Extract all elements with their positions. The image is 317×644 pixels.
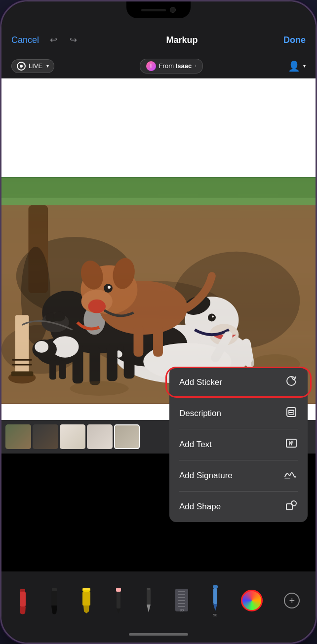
blue-pen-icon: 50	[211, 584, 220, 612]
home-bar	[129, 633, 188, 636]
from-text: From Isaac	[159, 62, 192, 70]
shape-icon	[285, 499, 298, 514]
ruler-icon: 80	[174, 587, 189, 614]
svg-rect-49	[59, 361, 66, 379]
svg-rect-13	[12, 359, 32, 361]
nav-bar: Cancel ↩ ↪ Markup Done	[1, 26, 316, 54]
add-sticker-label: Add Sticker	[179, 378, 222, 387]
pink-eraser-icon	[114, 587, 123, 614]
svg-point-32	[53, 312, 65, 322]
strip-thumb-4[interactable]	[87, 424, 113, 449]
redo-button[interactable]: ↪	[66, 33, 80, 47]
page-title: Markup	[80, 35, 283, 45]
tools-row: 80 50 50	[1, 571, 316, 626]
tools-bar: 80 50 50	[1, 571, 316, 626]
svg-rect-48	[49, 360, 56, 380]
svg-rect-43	[153, 322, 163, 356]
tool-red-marker[interactable]	[17, 587, 28, 614]
svg-rect-42	[133, 325, 143, 356]
strip-thumb-2[interactable]	[33, 424, 58, 449]
nav-left: Cancel ↩ ↪	[11, 33, 80, 47]
red-marker-icon	[17, 587, 28, 614]
description-label: Description	[179, 409, 221, 418]
svg-text:A: A	[289, 441, 292, 446]
svg-rect-28	[124, 343, 135, 379]
description-icon	[285, 406, 298, 421]
redo-icon: ↪	[70, 35, 77, 45]
undo-button[interactable]: ↩	[46, 33, 61, 47]
add-tool-icon[interactable]: +	[284, 593, 300, 608]
svg-rect-63	[51, 591, 57, 606]
svg-rect-11	[11, 371, 34, 376]
photo-toolbar: LIVE ▾ I From Isaac › 👤 ▾	[1, 54, 316, 78]
svg-text:80: 80	[180, 608, 184, 612]
undo-redo-group: ↩ ↪	[46, 33, 80, 47]
image-area: Add Sticker Description	[1, 78, 316, 571]
live-target-icon	[17, 62, 26, 71]
plus-label: +	[289, 595, 295, 606]
color-circle[interactable]	[241, 590, 263, 611]
svg-rect-80	[213, 588, 217, 604]
svg-rect-69	[147, 588, 151, 605]
dark-pencil-icon	[144, 587, 153, 614]
tool-yellow-highlighter[interactable]	[80, 587, 92, 614]
tool-black-marker[interactable]	[49, 587, 59, 614]
notch	[126, 1, 191, 18]
from-badge[interactable]: I From Isaac ›	[140, 59, 203, 74]
svg-rect-67	[116, 588, 121, 592]
menu-item-add-signature[interactable]: Add Signature	[169, 460, 308, 491]
black-marker-icon	[49, 587, 59, 614]
svg-rect-27	[107, 344, 118, 381]
home-indicator	[1, 626, 316, 643]
add-shape-label: Add Shape	[179, 502, 221, 512]
live-badge[interactable]: LIVE ▾	[11, 59, 54, 73]
avatar: I	[146, 61, 156, 71]
svg-point-47	[35, 341, 48, 353]
person-chevron-icon: ▾	[303, 63, 306, 69]
from-name: Isaac	[176, 62, 192, 70]
yellow-highlighter-icon	[80, 587, 92, 614]
svg-point-41	[88, 300, 106, 313]
undo-icon: ↩	[50, 35, 57, 45]
svg-point-20	[208, 314, 216, 322]
camera	[170, 7, 176, 13]
svg-rect-70	[147, 588, 150, 590]
done-button[interactable]: Done	[283, 35, 306, 45]
tool-color-picker[interactable]	[241, 590, 263, 611]
svg-point-40	[108, 286, 111, 289]
screen: Cancel ↩ ↪ Markup Done LIVE ▾	[1, 1, 316, 643]
live-chevron-icon: ▾	[46, 63, 49, 69]
sticker-icon	[285, 375, 298, 390]
strip-thumb-5[interactable]	[114, 424, 140, 449]
person-badge[interactable]: 👤 ▾	[288, 60, 306, 72]
phone-frame: Cancel ↩ ↪ Markup Done LIVE ▾	[0, 0, 317, 644]
menu-item-add-text[interactable]: Add Text A	[169, 429, 308, 460]
svg-rect-65	[82, 592, 90, 606]
svg-rect-79	[213, 585, 218, 588]
menu-item-add-sticker[interactable]: Add Sticker	[169, 367, 308, 398]
signature-icon	[283, 468, 298, 483]
tool-pink-eraser[interactable]	[114, 587, 123, 614]
svg-point-50	[70, 381, 129, 396]
strip-thumb-1[interactable]	[5, 424, 31, 449]
strip-thumb-3[interactable]	[60, 424, 85, 449]
svg-point-21	[212, 316, 214, 318]
from-prefix: From	[159, 62, 176, 70]
tool-ruler[interactable]: 80	[174, 587, 189, 614]
svg-rect-60	[20, 592, 26, 606]
svg-rect-26	[89, 347, 100, 385]
menu-item-description[interactable]: Description	[169, 398, 308, 429]
tool-blue-pen[interactable]: 50 50	[211, 584, 220, 617]
dropdown-menu: Add Sticker Description	[169, 367, 308, 522]
tool-dark-pencil[interactable]	[144, 587, 153, 614]
tool-add-button[interactable]: +	[284, 593, 300, 608]
add-text-label: Add Text	[179, 440, 212, 450]
pen-label: 50	[213, 613, 217, 617]
add-text-icon: A	[285, 437, 298, 452]
svg-rect-12	[12, 364, 32, 366]
white-top-space	[1, 78, 316, 177]
cancel-button[interactable]: Cancel	[11, 35, 39, 45]
svg-rect-68	[117, 592, 120, 608]
menu-item-add-shape[interactable]: Add Shape	[169, 491, 308, 522]
svg-rect-66	[83, 588, 90, 590]
